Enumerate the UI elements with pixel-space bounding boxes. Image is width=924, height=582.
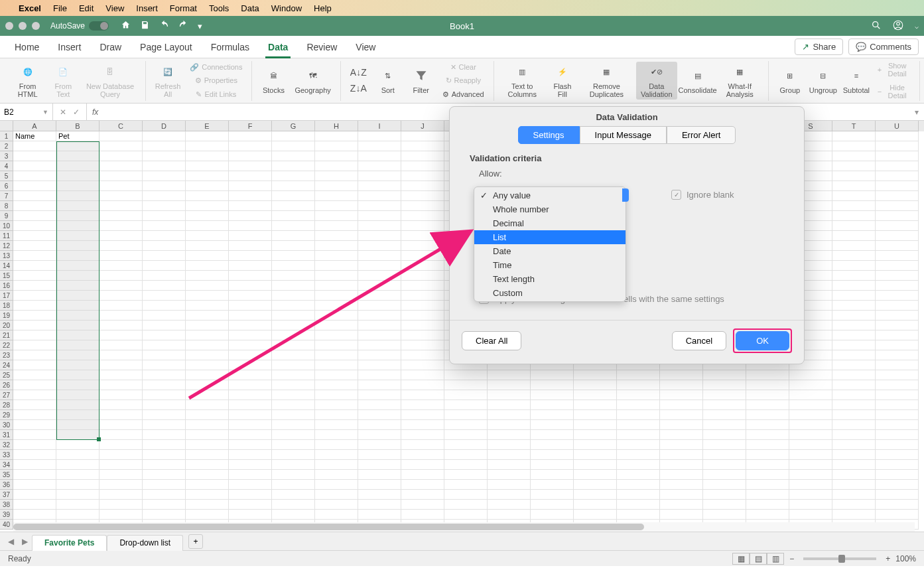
cell-I28[interactable] [358,400,401,410]
cell-M35[interactable] [531,470,574,480]
cell-H26[interactable] [315,380,358,390]
cell-C2[interactable] [99,141,143,151]
cell-G34[interactable] [272,460,315,470]
cell-H37[interactable] [315,490,358,500]
cell-F36[interactable] [229,480,272,490]
autosave-toggle[interactable] [89,21,109,31]
cell-F18[interactable] [229,301,272,311]
cell-J31[interactable] [401,430,444,440]
cell-J20[interactable] [401,321,444,330]
cell-A15[interactable] [13,271,56,281]
cell-G35[interactable] [272,470,315,480]
cell-T21[interactable] [832,330,876,340]
cell-A30[interactable] [13,420,56,430]
cell-H32[interactable] [315,440,358,450]
cell-I33[interactable] [358,450,401,460]
cell-U19[interactable] [876,311,919,321]
allow-option-time[interactable]: Time [474,258,626,272]
cell-Q35[interactable] [703,470,746,480]
cell-E7[interactable] [186,191,229,201]
cell-F4[interactable] [229,161,272,171]
cell-A39[interactable] [13,510,56,520]
cell-E34[interactable] [186,460,229,470]
cell-L38[interactable] [488,500,531,510]
cell-F20[interactable] [229,321,272,330]
cell-A33[interactable] [13,450,56,460]
allow-option-any-value[interactable]: Any value [474,188,626,202]
row-header-7[interactable]: 7 [0,191,13,201]
menu-tools[interactable]: Tools [209,3,229,13]
menu-file[interactable]: File [53,3,67,13]
select-all-corner[interactable] [0,121,13,131]
cell-U12[interactable] [876,241,919,251]
cell-H19[interactable] [315,311,358,321]
cell-F1[interactable] [229,131,272,141]
cell-C39[interactable] [99,510,143,520]
group-button[interactable]: ⊞Group [775,66,805,96]
cell-L28[interactable] [488,400,531,410]
cell-D1[interactable] [143,131,186,141]
cell-N31[interactable] [574,430,617,440]
cell-B4[interactable] [56,161,99,171]
cell-C6[interactable] [99,181,143,191]
cell-U28[interactable] [876,400,919,410]
ignore-blank-row[interactable]: ✓ Ignore blank [671,190,734,200]
cell-T37[interactable] [832,490,876,500]
close-window-icon[interactable] [5,22,13,30]
cell-P32[interactable] [660,440,703,450]
cell-J30[interactable] [401,420,444,430]
cell-A27[interactable] [13,390,56,400]
row-header-20[interactable]: 20 [0,321,13,330]
cell-E33[interactable] [186,450,229,460]
normal-view-icon[interactable]: ▦ [732,553,750,565]
cell-T13[interactable] [832,251,876,261]
allow-option-date[interactable]: Date [474,244,626,258]
refresh-all-button[interactable]: 🔄Refresh All [153,62,184,100]
cell-P31[interactable] [660,430,703,440]
cell-G23[interactable] [272,350,315,360]
cell-M38[interactable] [531,500,574,510]
sort-button[interactable]: ⇅Sort [373,66,403,96]
what-if-analysis-button[interactable]: ▦What-If Analysis [718,62,761,100]
cell-F23[interactable] [229,350,272,360]
allow-option-decimal[interactable]: Decimal [474,216,626,230]
cell-M33[interactable] [531,450,574,460]
cell-E35[interactable] [186,470,229,480]
cell-A26[interactable] [13,380,56,390]
row-header-34[interactable]: 34 [0,460,13,470]
cell-E2[interactable] [186,141,229,151]
cell-H30[interactable] [315,420,358,430]
cell-F11[interactable] [229,231,272,241]
col-header-H[interactable]: H [315,121,358,131]
cell-D19[interactable] [143,311,186,321]
cell-G6[interactable] [272,181,315,191]
cell-P34[interactable] [660,460,703,470]
cell-E31[interactable] [186,430,229,440]
cell-C4[interactable] [99,161,143,171]
cell-H23[interactable] [315,350,358,360]
cell-A24[interactable] [13,360,56,370]
cell-T28[interactable] [832,400,876,410]
cell-U3[interactable] [876,151,919,161]
cell-C33[interactable] [99,450,143,460]
cell-S29[interactable] [789,410,832,420]
cell-E36[interactable] [186,480,229,490]
cell-T3[interactable] [832,151,876,161]
geography-type-button[interactable]: 🗺Geography [292,66,333,96]
cell-H14[interactable] [315,261,358,271]
cell-D31[interactable] [143,430,186,440]
cell-G22[interactable] [272,340,315,350]
cell-H22[interactable] [315,340,358,350]
cell-M28[interactable] [531,400,574,410]
cell-M31[interactable] [531,430,574,440]
row-header-25[interactable]: 25 [0,370,13,380]
row-header-18[interactable]: 18 [0,301,13,311]
cell-E19[interactable] [186,311,229,321]
maximize-window-icon[interactable] [32,22,40,30]
cell-I13[interactable] [358,251,401,261]
cell-G19[interactable] [272,311,315,321]
cell-T30[interactable] [832,420,876,430]
cell-F6[interactable] [229,181,272,191]
cell-P35[interactable] [660,470,703,480]
cell-U7[interactable] [876,191,919,201]
